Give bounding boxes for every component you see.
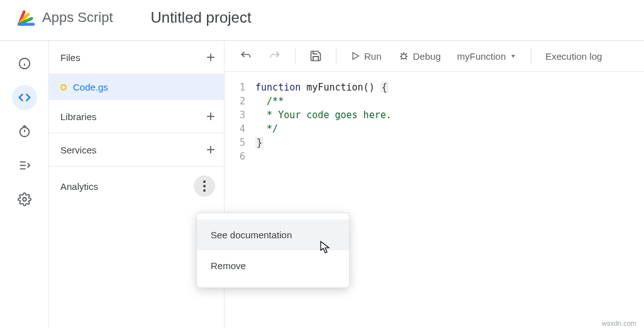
toolbar-separator bbox=[531, 48, 531, 64]
apps-script-logo-icon bbox=[16, 8, 42, 28]
code-editor[interactable]: 1 2 3 4 5 6 function myFunction() { /** … bbox=[225, 72, 644, 163]
debug-label: Debug bbox=[413, 51, 441, 62]
svg-line-14 bbox=[401, 53, 402, 55]
comment: */ bbox=[255, 122, 392, 136]
line-number: 1 bbox=[240, 80, 245, 94]
debug-button[interactable]: Debug bbox=[392, 47, 447, 65]
file-item-code-gs[interactable]: Code.gs bbox=[49, 74, 224, 100]
files-section-header: Files + bbox=[49, 41, 224, 74]
svg-marker-18 bbox=[511, 55, 515, 58]
execution-log-button[interactable]: Execution log bbox=[539, 47, 608, 65]
keyword: function bbox=[255, 82, 301, 93]
service-more-button[interactable] bbox=[194, 175, 215, 197]
code-text: myFunction() bbox=[301, 82, 380, 93]
unsaved-indicator-icon bbox=[60, 84, 67, 91]
libraries-section-header: Libraries + bbox=[49, 100, 224, 133]
file-name: Code.gs bbox=[73, 82, 108, 92]
line-number: 3 bbox=[240, 108, 245, 122]
line-number: 2 bbox=[240, 94, 245, 108]
line-number: 5 bbox=[240, 136, 245, 150]
services-section-header: Services + bbox=[49, 133, 224, 167]
svg-line-15 bbox=[406, 53, 407, 55]
add-library-button[interactable]: + bbox=[206, 109, 215, 124]
menu-item-remove[interactable]: Remove bbox=[197, 250, 349, 281]
line-number: 4 bbox=[240, 122, 245, 136]
brace: { bbox=[380, 82, 389, 93]
line-number: 6 bbox=[240, 150, 245, 163]
svg-line-16 bbox=[401, 58, 402, 60]
service-item-analytics[interactable]: Analytics bbox=[49, 167, 224, 206]
svg-rect-10 bbox=[401, 54, 406, 59]
function-selector[interactable]: myFunction bbox=[451, 47, 524, 65]
editor-nav-button[interactable] bbox=[12, 85, 37, 110]
redo-button[interactable] bbox=[262, 46, 287, 66]
service-label: Analytics bbox=[60, 181, 98, 192]
files-label: Files bbox=[60, 52, 80, 63]
comment: * Your code goes here. bbox=[255, 108, 392, 122]
executions-nav-button[interactable] bbox=[12, 153, 37, 178]
svg-marker-9 bbox=[353, 53, 358, 60]
cursor-icon bbox=[319, 240, 331, 254]
execution-log-label: Execution log bbox=[545, 51, 602, 62]
comment: /** bbox=[255, 94, 392, 108]
svg-point-8 bbox=[23, 197, 26, 201]
libraries-label: Libraries bbox=[60, 111, 97, 122]
run-button[interactable]: Run bbox=[344, 47, 388, 65]
svg-line-17 bbox=[406, 58, 407, 60]
services-label: Services bbox=[60, 145, 97, 155]
toolbar-separator bbox=[336, 48, 336, 64]
function-name: myFunction bbox=[457, 51, 506, 62]
triggers-nav-button[interactable] bbox=[12, 119, 37, 144]
overview-nav-button[interactable] bbox=[12, 51, 37, 76]
toolbar: Run Debug myFunction Execution log bbox=[225, 41, 644, 72]
run-label: Run bbox=[364, 51, 382, 62]
source[interactable]: function myFunction() { /** * Your code … bbox=[255, 80, 392, 163]
gutter: 1 2 3 4 5 6 bbox=[225, 80, 255, 163]
app-name: Apps Script bbox=[42, 9, 113, 26]
left-nav bbox=[0, 41, 49, 329]
settings-nav-button[interactable] bbox=[12, 187, 37, 212]
app-header: Apps Script Untitled project bbox=[0, 0, 644, 41]
project-title[interactable]: Untitled project bbox=[151, 9, 252, 26]
toolbar-separator bbox=[295, 48, 296, 64]
undo-button[interactable] bbox=[233, 46, 258, 66]
save-button[interactable] bbox=[303, 46, 328, 66]
add-file-button[interactable]: + bbox=[206, 50, 215, 65]
brace: } bbox=[255, 137, 264, 148]
watermark: wsxdn.com bbox=[602, 319, 636, 327]
add-service-button[interactable]: + bbox=[206, 142, 215, 157]
